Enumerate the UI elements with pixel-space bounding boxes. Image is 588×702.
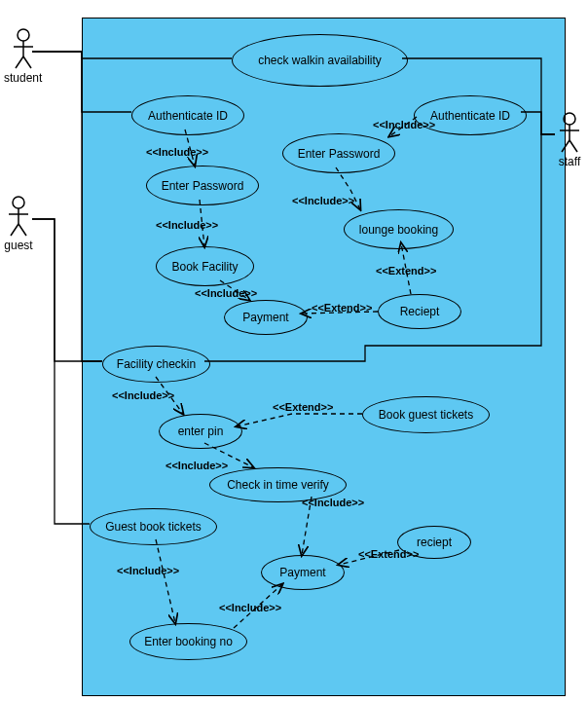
- usecase-enter-pw-right: Enter Password: [282, 133, 395, 173]
- usecase-check-walkin: check walkin availability: [232, 34, 408, 87]
- svg-line-4: [23, 56, 31, 68]
- usecase-receipt1: Reciept: [378, 294, 461, 329]
- actor-guest-label: guest: [4, 239, 33, 252]
- actor-student-label: student: [4, 71, 42, 85]
- usecase-enter-pin: enter pin: [159, 414, 242, 449]
- lbl-include-6: <<Include>>: [112, 389, 174, 401]
- svg-line-14: [570, 140, 577, 152]
- usecase-payment2: Payment: [261, 555, 345, 590]
- actor-guest: guest: [4, 195, 33, 252]
- usecase-enter-booking-no: Enter booking no: [129, 623, 247, 660]
- actor-staff-label: staff: [555, 155, 584, 168]
- lbl-extend-4: <<Extend>>: [358, 548, 419, 560]
- usecase-book-facility: Book Facility: [156, 246, 254, 286]
- usecase-facility-checkin: Facility checkin: [102, 346, 210, 383]
- diagram-canvas: student guest staff check walkin availab…: [0, 0, 588, 702]
- lbl-include-10: <<Include>>: [219, 602, 281, 613]
- svg-line-3: [16, 56, 23, 68]
- lbl-extend-1: <<Extend>>: [376, 265, 436, 277]
- lbl-extend-3: <<Extend>>: [273, 401, 333, 413]
- lbl-include-5: <<Include>>: [292, 195, 354, 206]
- lbl-include-9: <<Include>>: [117, 565, 179, 576]
- lbl-include-1: <<Include>>: [146, 146, 208, 158]
- svg-point-10: [564, 113, 575, 125]
- usecase-auth-id-left: Authenticate ID: [131, 95, 244, 135]
- actor-staff: staff: [555, 111, 584, 168]
- svg-line-9: [18, 224, 26, 236]
- lbl-include-3: <<Include>>: [195, 287, 257, 299]
- lbl-extend-2: <<Extend>>: [312, 302, 372, 314]
- svg-point-5: [13, 197, 24, 208]
- svg-point-0: [18, 29, 29, 41]
- svg-line-8: [11, 224, 18, 236]
- lbl-include-7: <<Include>>: [165, 460, 228, 471]
- svg-line-13: [562, 140, 570, 152]
- lbl-include-4: <<Include>>: [373, 119, 435, 130]
- actor-student: student: [4, 27, 42, 85]
- lbl-include-2: <<Include>>: [156, 219, 218, 231]
- usecase-payment1: Payment: [224, 300, 308, 335]
- usecase-guest-book-tickets: Guest book tickets: [90, 508, 217, 545]
- usecase-book-guest-tickets: Book guest tickets: [362, 396, 490, 433]
- usecase-lounge-booking: lounge booking: [344, 209, 454, 249]
- lbl-include-8: <<Include>>: [302, 497, 364, 508]
- usecase-enter-pw-left: Enter Password: [146, 166, 259, 205]
